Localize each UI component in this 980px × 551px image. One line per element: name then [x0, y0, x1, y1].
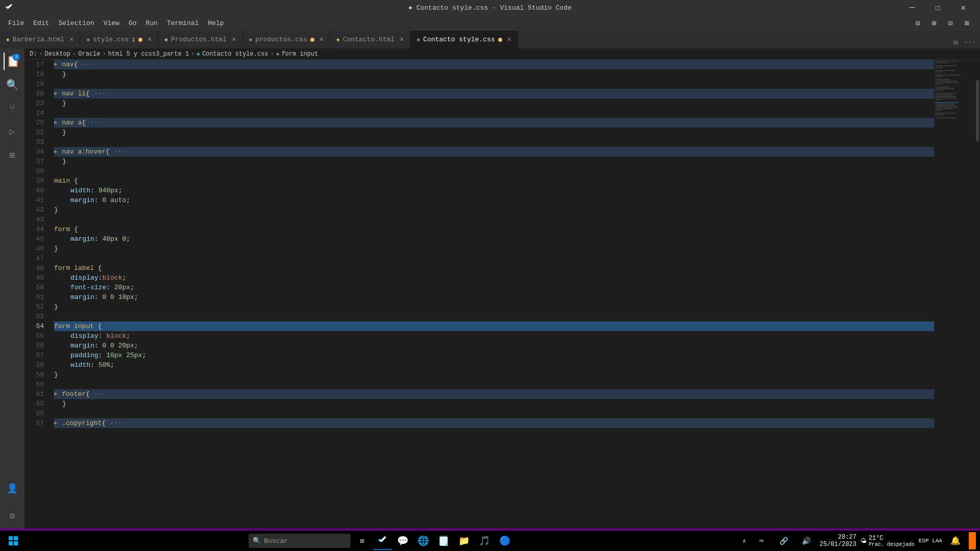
fold-arrow-20[interactable]: ▶: [54, 89, 61, 98]
menu-help[interactable]: Help: [204, 17, 228, 29]
taskbar-edge[interactable]: 🌐: [414, 532, 432, 550]
menu-terminal[interactable]: Terminal: [163, 17, 203, 29]
code-content[interactable]: ▶ nav{ ··· } ▶ nav li{ ···: [50, 60, 934, 529]
activity-explorer[interactable]: 📋 3: [4, 53, 21, 70]
activity-extensions[interactable]: ⊞: [4, 146, 21, 164]
menu-edit[interactable]: Edit: [29, 17, 53, 29]
taskbar-indicator[interactable]: [969, 532, 976, 549]
breadcrumb-oracle[interactable]: Oracle: [78, 51, 100, 58]
menu-view[interactable]: View: [100, 17, 124, 29]
activity-source-control[interactable]: ⑂: [4, 99, 21, 117]
breadcrumb-file-icon: ◆: [197, 51, 200, 57]
breadcrumb-folder[interactable]: html 5 y ccss3_parte 1: [108, 51, 189, 58]
activity-bar: 📋 3 🔍 ⑂ ▷ ⊞ 👤 ⚙: [0, 48, 24, 529]
activity-search[interactable]: 🔍: [4, 76, 21, 93]
more-tabs-btn[interactable]: ···: [964, 36, 976, 48]
tab-label-productos: Productos.html: [171, 36, 227, 43]
panel-layout-btn1[interactable]: ⊟: [911, 17, 925, 29]
taskbar-keyboard[interactable]: ⌨: [752, 532, 771, 550]
scrollbar[interactable]: [975, 60, 980, 529]
taskbar-lang[interactable]: ESP LAA: [919, 538, 942, 544]
breadcrumb-file[interactable]: Contacto style.css: [202, 51, 268, 58]
activity-run[interactable]: ▷: [4, 123, 21, 140]
taskbar-app1[interactable]: 🗒️: [434, 532, 453, 550]
taskbar-volume[interactable]: 🔊: [797, 532, 816, 550]
breadcrumb: D: › Desktop › Oracle › html 5 y ccss3_p…: [24, 48, 980, 60]
tab-productos[interactable]: ◆ Productos.html ×: [158, 31, 242, 48]
code-line-17: ▶ nav{ ···: [54, 60, 934, 69]
taskbar-search[interactable]: 🔍 Buscar: [249, 534, 351, 548]
taskbar-spotify[interactable]: 🎵: [475, 532, 494, 550]
svg-rect-1: [14, 536, 18, 540]
taskbar-chrome[interactable]: 🔵: [496, 532, 514, 550]
tab-icon-style: ◆: [86, 36, 90, 43]
fold-arrow-34[interactable]: ▶: [54, 147, 61, 157]
taskbar-notification-center[interactable]: 🔔: [946, 532, 965, 550]
taskbar-sys-tray[interactable]: ∧: [741, 537, 748, 545]
fold-arrow-25[interactable]: ▶: [54, 118, 61, 128]
breadcrumb-desktop[interactable]: Desktop: [45, 51, 70, 58]
tab-close-style[interactable]: ×: [148, 36, 152, 44]
taskbar-weather[interactable]: 🌤 21°C Prac. despejado: [861, 535, 915, 547]
breadcrumb-symbol-icon: ◈: [276, 51, 280, 57]
taskbar-datetime[interactable]: 20:27 25/01/2023: [820, 534, 856, 548]
taskbar-widgets[interactable]: ⊞: [353, 532, 371, 550]
tab-num-style: 1: [132, 37, 135, 43]
activity-account[interactable]: 👤: [4, 480, 21, 497]
code-line-33: [54, 137, 934, 147]
fold-arrow-67[interactable]: ▶: [54, 418, 61, 428]
taskbar-vscode[interactable]: [373, 532, 391, 550]
taskbar-temp: 21°C: [869, 535, 915, 542]
tab-close-productos[interactable]: ×: [232, 36, 236, 44]
menu-selection[interactable]: Selection: [54, 17, 98, 29]
line-num-54: 54: [24, 321, 44, 331]
taskbar-network[interactable]: 🔗: [775, 532, 793, 550]
line-num-50: 50: [24, 283, 44, 292]
line-num-67: 67: [24, 418, 44, 428]
tab-close-contactocss[interactable]: ×: [507, 36, 511, 44]
tab-contactocss[interactable]: ◆ Contacto style.css ×: [410, 31, 518, 48]
code-line-20: ▶ nav li{ ···: [54, 89, 934, 98]
fold-arrow-17[interactable]: ▶: [54, 60, 61, 69]
vscode-logo-icon: [5, 4, 13, 12]
activity-settings[interactable]: ⚙: [4, 507, 21, 524]
taskbar-weather-desc: Prac. despejado: [869, 542, 915, 547]
tab-contactohtml[interactable]: ◆ Contacto.html ×: [330, 31, 410, 48]
tab-close-productoscss[interactable]: ×: [320, 36, 324, 44]
minimize-button[interactable]: —: [900, 0, 924, 15]
panel-layout-btn3[interactable]: ⊡: [943, 17, 958, 29]
panel-layout-btn4[interactable]: ⊠: [960, 17, 974, 29]
code-line-41: margin: 0 auto;: [54, 195, 934, 205]
taskbar-teams[interactable]: 💬: [394, 532, 412, 550]
tab-close-contactohtml[interactable]: ×: [400, 36, 404, 44]
line-num-51: 51: [24, 292, 44, 302]
line-num-48: 48: [24, 263, 44, 273]
breadcrumb-symbol[interactable]: form input: [281, 51, 318, 58]
scrollbar-thumb[interactable]: [976, 80, 979, 141]
tab-icon-productos: ◆: [164, 36, 168, 43]
minimap-content: [934, 60, 975, 120]
maximize-button[interactable]: ☐: [926, 0, 949, 15]
code-line-18: }: [54, 69, 934, 79]
tab-dot-contactocss: [498, 38, 502, 42]
line-num-46: 46: [24, 244, 44, 254]
code-line-67: ▶ .copyright{ ···: [54, 418, 934, 428]
line-num-17: 17: [24, 60, 44, 69]
menu-go[interactable]: Go: [125, 17, 141, 29]
panel-layout-btn2[interactable]: ⊞: [927, 17, 941, 29]
start-button[interactable]: [4, 532, 22, 550]
close-button[interactable]: ✕: [951, 0, 975, 15]
fold-arrow-61[interactable]: ▶: [54, 389, 61, 399]
split-editor-btn[interactable]: ⊟: [949, 36, 962, 48]
menu-run[interactable]: Run: [141, 17, 161, 29]
tab-productoscss[interactable]: ◆ productos.css ×: [243, 31, 330, 48]
tab-barberia[interactable]: ◆ Barberia.html ×: [0, 31, 80, 48]
menu-file[interactable]: File: [4, 17, 28, 29]
code-editor[interactable]: 17 18 19 20 23 24 25 32 33 34 37 38 39 4…: [24, 60, 980, 529]
taskbar-vscode-icon: [377, 535, 387, 545]
tab-close-barberia[interactable]: ×: [69, 36, 74, 44]
line-num-60: 60: [24, 380, 44, 389]
tab-style[interactable]: ◆ style.css 1 ×: [80, 31, 158, 48]
taskbar-app2[interactable]: 📁: [455, 532, 473, 550]
breadcrumb-drive[interactable]: D:: [30, 51, 37, 58]
